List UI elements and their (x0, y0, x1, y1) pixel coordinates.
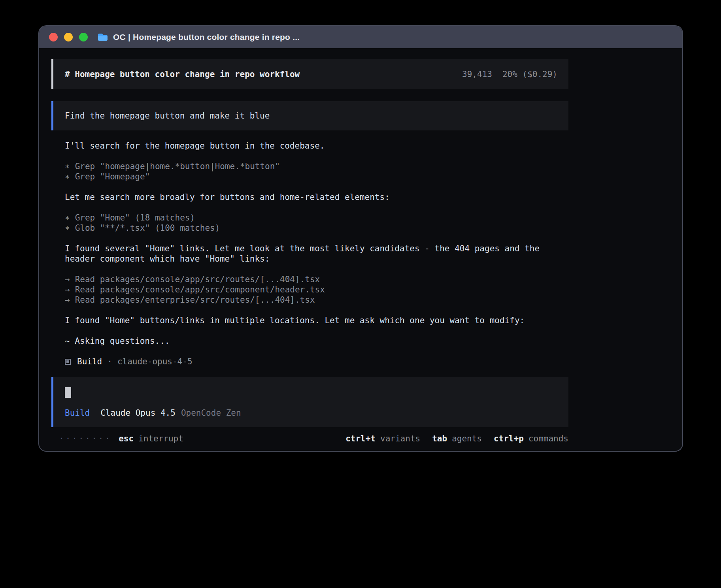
tool-glyph: → (65, 295, 70, 305)
folder-icon (97, 33, 108, 41)
window-titlebar: OC | Homepage button color change in rep… (39, 26, 682, 48)
tool-text: Glob "**/*.tsx" (100 matches) (75, 223, 220, 233)
assistant-text: I found "Home" buttons/links in multiple… (65, 315, 557, 326)
assistant-text: I'll search for the homepage button in t… (65, 141, 557, 151)
tool-glyph: → (65, 285, 70, 294)
session-header: # Homepage button color change in repo w… (51, 59, 568, 89)
session-meta: 39,413 20% ($0.29) (462, 70, 557, 79)
desktop-background: OC | Homepage button color change in rep… (0, 0, 721, 588)
tool-glyph: ∗ (65, 213, 70, 222)
tool-call: →Read packages/console/app/src/routes/[.… (65, 274, 568, 285)
window-title: OC | Homepage button color change in rep… (113, 32, 300, 42)
terminal-window: OC | Homepage button color change in rep… (39, 26, 682, 451)
tool-call: ∗Grep "Home" (18 matches) (65, 213, 568, 223)
tool-call: →Read packages/enterprise/src/routes/[..… (65, 295, 568, 305)
tool-text: Grep "Homepage" (75, 172, 150, 181)
tool-glyph: ∗ (65, 172, 70, 181)
spinner-dots: ········ (59, 433, 111, 444)
status-left: ········ esc interrupt (59, 433, 183, 444)
minimize-button[interactable] (64, 33, 73, 41)
assistant-text: Let me search more broadly for buttons a… (65, 192, 557, 202)
esc-key-hint: esc (119, 433, 134, 444)
tool-text: Read packages/console/app/src/component/… (75, 285, 325, 294)
zoom-button[interactable] (79, 33, 88, 41)
shortcut-agents: tab agents (432, 433, 482, 444)
tool-text: Read packages/console/app/src/routes/[..… (75, 275, 320, 284)
prompt-input[interactable]: Build Claude Opus 4.5 OpenCode Zen (51, 377, 568, 427)
shortcut-label: variants (380, 433, 420, 444)
shortcut-label: agents (452, 433, 482, 444)
token-count: 39,413 (462, 70, 492, 79)
separator-dot: · (107, 356, 112, 367)
tool-text: Grep "homepage|home.*button|Home.*button… (75, 162, 280, 171)
tool-text: Read packages/enterprise/src/routes/[...… (75, 295, 315, 305)
shortcut-label: commands (528, 433, 568, 444)
shortcut-key: ctrl+p (494, 433, 524, 444)
shortcut-key: ctrl+t (345, 433, 376, 444)
status-shortcuts: ctrl+t variants tab agents ctrl+p comman… (345, 433, 568, 444)
user-message: Find the homepage button and make it blu… (51, 101, 568, 130)
agent-mode-label: Build (65, 408, 90, 418)
context-usage: 20% ($0.29) (502, 70, 557, 79)
agent-icon (65, 359, 71, 365)
tool-glyph: ∗ (65, 223, 70, 233)
traffic-lights (49, 33, 88, 41)
tool-call-group: ∗Grep "Home" (18 matches) ∗Glob "**/*.ts… (65, 213, 568, 233)
tool-call: →Read packages/console/app/src/component… (65, 285, 568, 295)
tool-glyph: → (65, 275, 70, 284)
shortcut-key: tab (432, 433, 447, 444)
close-button[interactable] (49, 33, 58, 41)
tool-call: ∗Glob "**/*.tsx" (100 matches) (65, 223, 568, 233)
user-message-text: Find the homepage button and make it blu… (65, 111, 270, 121)
terminal-content: # Homepage button color change in repo w… (51, 59, 568, 444)
shortcut-variants: ctrl+t variants (345, 433, 420, 444)
provider-label: OpenCode Zen (181, 408, 241, 418)
session-title: # Homepage button color change in repo w… (65, 70, 300, 79)
status-bar: ········ esc interrupt ctrl+t variants t… (51, 433, 568, 444)
text-cursor (65, 387, 71, 398)
working-status: ~ Asking questions... (65, 336, 568, 346)
agent-model: claude-opus-4-5 (117, 356, 193, 367)
model-label: Claude Opus 4.5 (100, 408, 176, 418)
tool-call-group: ∗Grep "homepage|home.*button|Home.*butto… (65, 161, 568, 182)
title-area: OC | Homepage button color change in rep… (97, 32, 300, 42)
tool-call: ∗Grep "Homepage" (65, 172, 568, 182)
agent-name: Build (77, 356, 102, 367)
agent-status: Build · claude-opus-4-5 (65, 356, 568, 367)
conversation: I'll search for the homepage button in t… (51, 141, 568, 367)
tool-text: Grep "Home" (18 matches) (75, 213, 195, 222)
assistant-text: I found several "Home" links. Let me loo… (65, 243, 557, 264)
tool-call: ∗Grep "homepage|home.*button|Home.*butto… (65, 161, 568, 172)
input-meta: Build Claude Opus 4.5 OpenCode Zen (65, 408, 557, 418)
tool-glyph: ∗ (65, 162, 70, 171)
interrupt-hint: interrupt (138, 433, 183, 444)
shortcut-commands: ctrl+p commands (494, 433, 568, 444)
tool-call-group: →Read packages/console/app/src/routes/[.… (65, 274, 568, 305)
